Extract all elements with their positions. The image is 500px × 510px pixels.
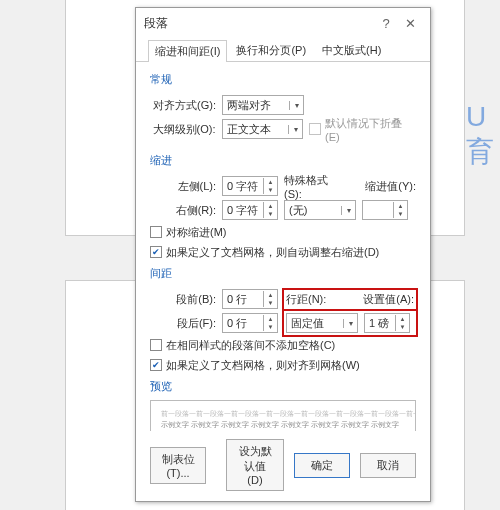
line-spacing-combo[interactable]: 固定值 ▾ [286, 313, 358, 333]
indent-right-label: 右侧(R): [150, 203, 216, 218]
tab-asian-typography[interactable]: 中文版式(H) [315, 39, 388, 61]
indent-left-value: 0 字符 [223, 179, 263, 194]
autogrid-indent-checkbox[interactable]: ✔ 如果定义了文档网格，则自动调整右缩进(D) [150, 242, 416, 262]
chevron-down-icon: ▾ [341, 206, 355, 215]
spinner-arrows-icon: ▲▼ [263, 315, 277, 331]
tab-indent-spacing[interactable]: 缩进和间距(I) [148, 40, 227, 62]
line-spacing-label: 行距(N): [286, 292, 330, 307]
section-spacing: 间距 [150, 266, 416, 281]
set-default-button[interactable]: 设为默认值(D) [226, 439, 284, 491]
chevron-down-icon: ▾ [343, 319, 357, 328]
space-before-label: 段前(B): [150, 292, 216, 307]
titlebar: 段落 ? ✕ [136, 8, 430, 38]
checkbox-icon [309, 123, 321, 135]
checkbox-checked-icon: ✔ [150, 246, 162, 258]
alignment-combo[interactable]: 两端对齐 ▾ [222, 95, 304, 115]
collapse-label: 默认情况下折叠(E) [325, 116, 416, 143]
indent-left-label: 左侧(L): [150, 179, 216, 194]
no-space-label: 在相同样式的段落间不添加空格(C) [166, 338, 335, 353]
dialog-footer: 制表位(T)... 设为默认值(D) 确定 取消 [136, 431, 430, 501]
space-after-label: 段后(F): [150, 316, 216, 331]
space-before-value: 0 行 [223, 292, 263, 307]
chevron-down-icon: ▾ [289, 101, 303, 110]
autogrid-indent-label: 如果定义了文档网格，则自动调整右缩进(D) [166, 245, 379, 260]
section-preview: 预览 [150, 379, 416, 394]
section-indent: 缩进 [150, 153, 416, 168]
mirror-indent-checkbox[interactable]: 对称缩进(M) [150, 222, 416, 242]
indent-right-value: 0 字符 [223, 203, 263, 218]
at-value: 1 磅 [365, 316, 395, 331]
outline-combo[interactable]: 正文文本 ▾ [222, 119, 303, 139]
tab-bar: 缩进和间距(I) 换行和分页(P) 中文版式(H) [136, 38, 430, 62]
spinner-arrows-icon: ▲▼ [393, 202, 407, 218]
paragraph-dialog: 段落 ? ✕ 缩进和间距(I) 换行和分页(P) 中文版式(H) 常规 对齐方式… [135, 7, 431, 502]
preview-line: 示例文字 示例文字 示例文字 示例文字 示例文字 示例文字 示例文字 示例文字 [161, 420, 405, 431]
checkbox-icon [150, 339, 162, 351]
space-after-spinner[interactable]: 0 行 ▲▼ [222, 313, 278, 333]
no-space-checkbox[interactable]: 在相同样式的段落间不添加空格(C) [150, 335, 416, 355]
dialog-body: 常规 对齐方式(G): 两端对齐 ▾ 大纲级别(O): 正文文本 ▾ 默认情况下… [136, 62, 430, 431]
preview-line: 前一段落一前一段落一前一段落一前一段落一前一段落一前一段落一前一段落一前一段落 [161, 409, 405, 420]
indent-right-spinner[interactable]: 0 字符 ▲▼ [222, 200, 278, 220]
special-combo[interactable]: (无) ▾ [284, 200, 356, 220]
help-button[interactable]: ? [374, 16, 398, 31]
dialog-title: 段落 [144, 15, 374, 32]
at-spinner[interactable]: 1 磅 ▲▼ [364, 313, 410, 333]
spinner-arrows-icon: ▲▼ [263, 178, 277, 194]
tabs-button[interactable]: 制表位(T)... [150, 447, 206, 484]
alignment-value: 两端对齐 [223, 98, 289, 113]
snap-grid-checkbox[interactable]: ✔ 如果定义了文档网格，则对齐到网格(W) [150, 355, 416, 375]
alignment-label: 对齐方式(G): [150, 98, 216, 113]
space-after-value: 0 行 [223, 316, 263, 331]
indent-left-spinner[interactable]: 0 字符 ▲▼ [222, 176, 278, 196]
indent-by-label: 缩进值(Y): [365, 179, 416, 194]
special-value: (无) [285, 203, 341, 218]
at-label: 设置值(A): [363, 292, 414, 307]
space-before-spinner[interactable]: 0 行 ▲▼ [222, 289, 278, 309]
cancel-button[interactable]: 取消 [360, 453, 416, 478]
collapse-checkbox[interactable]: 默认情况下折叠(E) [309, 119, 416, 139]
spinner-arrows-icon: ▲▼ [263, 291, 277, 307]
line-spacing-value: 固定值 [287, 316, 343, 331]
checkbox-icon [150, 226, 162, 238]
outline-label: 大纲级别(O): [150, 122, 216, 137]
special-label: 特殊格式(S): [284, 173, 340, 200]
spinner-arrows-icon: ▲▼ [395, 315, 409, 331]
preview-box: 前一段落一前一段落一前一段落一前一段落一前一段落一前一段落一前一段落一前一段落 … [150, 400, 416, 431]
section-general: 常规 [150, 72, 416, 87]
checkbox-checked-icon: ✔ [150, 359, 162, 371]
ok-button[interactable]: 确定 [294, 453, 350, 478]
outline-value: 正文文本 [223, 122, 288, 137]
chevron-down-icon: ▾ [288, 125, 302, 134]
mirror-indent-label: 对称缩进(M) [166, 225, 227, 240]
spinner-arrows-icon: ▲▼ [263, 202, 277, 218]
snap-grid-label: 如果定义了文档网格，则对齐到网格(W) [166, 358, 360, 373]
close-button[interactable]: ✕ [398, 16, 422, 31]
indent-by-spinner[interactable]: ▲▼ [362, 200, 408, 220]
tab-line-page-breaks[interactable]: 换行和分页(P) [229, 39, 313, 61]
